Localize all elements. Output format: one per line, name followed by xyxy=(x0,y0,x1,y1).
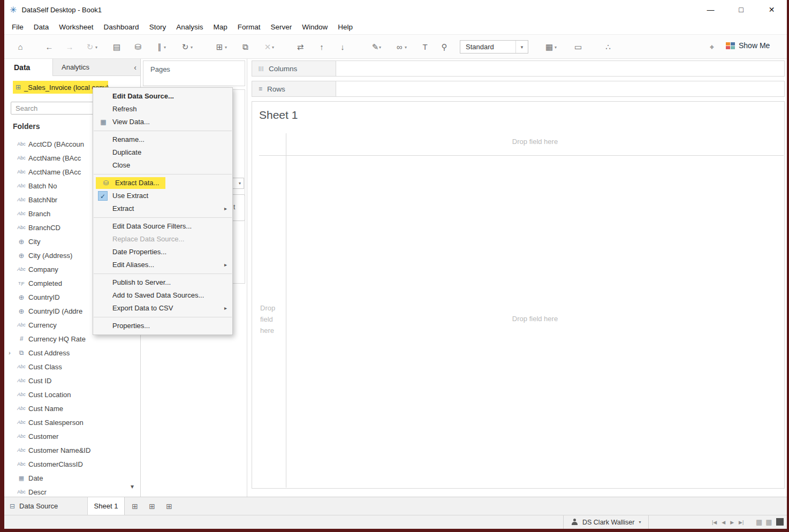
menu-item-edit-aliases[interactable]: Edit Aliases...▸ xyxy=(93,259,232,271)
menu-story[interactable]: Story xyxy=(149,23,166,31)
collapse-pane-icon[interactable]: ‹ xyxy=(134,63,136,72)
menu-item-publish-to-server[interactable]: Publish to Server... xyxy=(93,276,232,289)
field-item[interactable]: AbcCustomer Name&ID xyxy=(4,443,141,457)
menu-item-export-data-to-csv[interactable]: Export Data to CSV▸ xyxy=(93,302,232,315)
menu-item-add-to-saved-data-sources[interactable]: Add to Saved Data Sources... xyxy=(93,289,232,302)
duplicate-icon[interactable]: ⧉ xyxy=(239,41,252,54)
chevron-down-icon[interactable]: ▾ xyxy=(272,45,277,50)
run-auto-updates-icon[interactable]: ↻ xyxy=(179,41,192,54)
user-menu[interactable]: DS Clark Walliser ▾ xyxy=(563,515,649,529)
menu-item-rename[interactable]: Rename... xyxy=(93,133,232,146)
abc-italic-icon: Abc xyxy=(14,434,28,439)
pages-shelf[interactable]: Pages xyxy=(143,60,245,86)
expand-arrow-icon[interactable]: › xyxy=(9,349,14,356)
menu-dashboard[interactable]: Dashboard xyxy=(104,23,139,31)
chevron-down-icon[interactable]: ▾ xyxy=(515,41,528,53)
tab-analytics[interactable]: Analytics ‹ xyxy=(52,59,141,76)
field-item[interactable]: AbcCustomer xyxy=(4,429,141,443)
redo-icon[interactable]: → xyxy=(63,41,76,54)
share-icon[interactable]: ∴ xyxy=(602,41,614,54)
menu-server[interactable]: Server xyxy=(270,23,292,31)
drop-zone-top[interactable]: Drop field here xyxy=(286,138,784,146)
fix-axes-icon[interactable]: ⚲ xyxy=(438,41,451,54)
field-item[interactable]: ▦Date xyxy=(4,471,141,485)
menu-map[interactable]: Map xyxy=(213,23,227,31)
menu-analysis[interactable]: Analysis xyxy=(176,23,203,31)
columns-shelf-label: ||| Columns xyxy=(252,60,336,77)
menu-item-edit-data-source-filters[interactable]: Edit Data Source Filters... xyxy=(93,220,232,233)
nav-previous-icon[interactable]: ◀ xyxy=(722,520,725,525)
chevron-down-icon[interactable]: ▾ xyxy=(405,45,410,50)
group-members-icon[interactable]: ∞ xyxy=(393,41,406,54)
undo-icon[interactable]: ← xyxy=(43,41,56,54)
maximize-button[interactable]: □ xyxy=(726,0,756,19)
drop-zone-left[interactable]: Drop field here xyxy=(260,302,284,336)
rows-shelf[interactable] xyxy=(336,81,785,97)
chevron-down-icon[interactable]: ▾ xyxy=(379,45,384,50)
minimize-button[interactable]: — xyxy=(695,0,726,19)
show-mark-labels-icon[interactable]: T xyxy=(419,41,431,54)
show-hide-cards-icon[interactable]: ▦ xyxy=(543,41,556,54)
new-worksheet-tab-icon[interactable]: ⊞ xyxy=(128,500,141,512)
menu-item-extract-data[interactable]: ⛁Extract Data... xyxy=(93,177,232,189)
field-item[interactable]: AbcDescr xyxy=(4,485,141,497)
menu-item-use-extract[interactable]: ✓Use Extract xyxy=(93,189,232,202)
show-me-button[interactable]: Show Me xyxy=(726,41,770,50)
chevron-down-icon[interactable]: ▾ xyxy=(95,45,101,50)
tab-data-source[interactable]: ⊟ Data Source xyxy=(4,497,88,515)
menu-item-view-data[interactable]: ▦View Data... xyxy=(93,116,232,128)
new-story-tab-icon[interactable]: ⊞ xyxy=(163,500,176,512)
close-button[interactable]: ✕ xyxy=(756,0,787,19)
replay-icon[interactable]: ↻ xyxy=(84,41,96,54)
show-filmstrip-icon[interactable]: ▦ xyxy=(765,518,772,526)
menu-item-properties[interactable]: Properties... xyxy=(93,320,232,332)
field-item[interactable]: AbcCust ID xyxy=(4,374,141,387)
columns-shelf[interactable] xyxy=(336,60,785,77)
show-sheet-icon[interactable] xyxy=(776,518,784,526)
menu-item-duplicate[interactable]: Duplicate xyxy=(93,146,232,159)
menu-worksheet[interactable]: Worksheet xyxy=(59,23,93,31)
menu-item-edit-data-source[interactable]: Edit Data Source... xyxy=(93,90,232,103)
save-icon[interactable]: ▤ xyxy=(110,41,123,54)
menu-data[interactable]: Data xyxy=(34,23,49,31)
field-item[interactable]: ›⧉Cust Address xyxy=(4,346,141,360)
field-item[interactable]: AbcCustomerClassID xyxy=(4,457,141,471)
home-icon[interactable]: ⌂ xyxy=(14,41,27,54)
nav-last-icon[interactable]: ▶| xyxy=(739,520,744,525)
new-worksheet-icon[interactable]: ⊞ xyxy=(213,41,226,54)
field-item[interactable]: AbcCust Class xyxy=(4,360,141,374)
presentation-mode-icon[interactable]: ▭ xyxy=(572,41,585,54)
fit-selector[interactable]: Standard ▾ xyxy=(460,40,528,54)
swap-axes-icon[interactable]: ⇄ xyxy=(294,41,307,54)
menu-window[interactable]: Window xyxy=(302,23,328,31)
sort-descending-icon[interactable]: ↓ xyxy=(336,41,349,54)
field-item[interactable]: AbcCust Salesperson xyxy=(4,415,141,429)
menu-item-extract[interactable]: Extract▸ xyxy=(93,202,232,215)
menu-item-date-properties[interactable]: Date Properties... xyxy=(93,246,232,259)
show-tabs-icon[interactable]: ▦ xyxy=(756,518,762,526)
chevron-down-icon[interactable]: ▾ xyxy=(225,45,230,50)
window-title: DataSelf Desktop - Book1 xyxy=(21,6,102,14)
drop-zone-center[interactable]: Drop field here xyxy=(286,315,784,323)
chevron-down-icon[interactable]: ▾ xyxy=(191,45,196,50)
menu-format[interactable]: Format xyxy=(238,23,261,31)
rows-icon: ≡ xyxy=(259,85,262,93)
field-label: AcctCD (BAccoun xyxy=(28,140,84,148)
chevron-down-icon[interactable]: ▾ xyxy=(555,45,560,50)
nav-first-icon[interactable]: |◀ xyxy=(712,520,717,525)
new-dashboard-tab-icon[interactable]: ⊞ xyxy=(146,500,158,512)
field-item[interactable]: AbcCust Location xyxy=(4,387,141,401)
chevron-down-icon[interactable]: ▾ xyxy=(164,45,169,50)
scroll-down-icon[interactable]: ▾ xyxy=(131,483,134,490)
find-icon[interactable]: ⌖ xyxy=(705,41,718,54)
sort-ascending-icon[interactable]: ↑ xyxy=(315,41,328,54)
nav-next-icon[interactable]: ▶ xyxy=(730,520,734,525)
menu-file[interactable]: File xyxy=(12,23,24,31)
field-item[interactable]: AbcCust Name xyxy=(4,401,141,415)
menu-help[interactable]: Help xyxy=(338,23,353,31)
tab-sheet-1[interactable]: Sheet 1 xyxy=(88,497,125,515)
menu-item-refresh[interactable]: Refresh xyxy=(93,103,232,116)
menu-item-close[interactable]: Close xyxy=(93,159,232,172)
tab-data[interactable]: Data xyxy=(4,59,52,76)
new-datasource-icon[interactable]: ⛁ xyxy=(132,41,145,54)
